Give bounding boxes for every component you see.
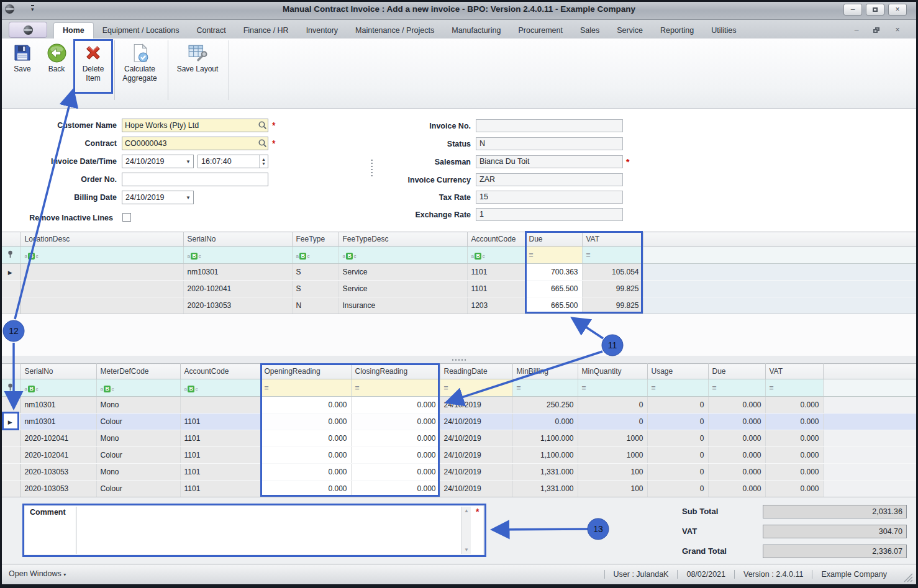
cell-minbilling[interactable]: 1,331.000	[512, 481, 578, 497]
filter-cell[interactable]: =	[260, 379, 351, 397]
cell-locationdesc[interactable]	[20, 297, 183, 314]
scroll-down-icon[interactable]: ▼	[461, 547, 471, 553]
column-header[interactable]: SerialNo	[183, 232, 292, 247]
cell-accountcode[interactable]: 1101	[467, 281, 525, 297]
chevron-down-icon[interactable]: ▼	[183, 195, 193, 201]
ribbon-tab[interactable]: Home	[53, 22, 94, 38]
cell-minbilling[interactable]: 0.000	[512, 414, 578, 430]
cell-serialno[interactable]: nm10301	[183, 264, 292, 281]
cell-vat[interactable]: 0.000	[765, 447, 823, 464]
cell-serialno[interactable]: 2020-102041	[183, 281, 292, 297]
cell-accountcode[interactable]: 1101	[180, 447, 260, 464]
ribbon-tab[interactable]: Sales	[571, 23, 608, 38]
ribbon-tab[interactable]: Equipment / Locations	[94, 23, 188, 38]
cell-serialno[interactable]: nm10301	[20, 414, 96, 430]
cell-due[interactable]: 0.000	[708, 464, 765, 481]
filter-cell[interactable]: aBc	[467, 247, 525, 264]
cell-minquantity[interactable]: 100	[578, 481, 647, 497]
cell-serialno[interactable]: 2020-103053	[20, 464, 96, 481]
meters-grid-row[interactable]: ▶ nm10301 Colour 1101 0.000 0.000 24/10/…	[0, 414, 918, 430]
fees-grid-row[interactable]: 2020-102041 S Service 1101 665.500 99.82…	[0, 281, 918, 297]
cell-due[interactable]: 665.500	[525, 281, 582, 297]
cell-minbilling[interactable]: 1,100.000	[512, 430, 578, 447]
meters-grid-row[interactable]: nm10301 Mono 0.000 0.000 24/10/2019 250.…	[0, 397, 918, 414]
order-no-field[interactable]	[122, 173, 268, 186]
meters-grid-row[interactable]: 2020-103053 Mono 1101 0.000 0.000 24/10/…	[0, 464, 918, 481]
cell-openingreading[interactable]: 0.000	[260, 430, 351, 447]
cell-due[interactable]: 665.500	[525, 297, 582, 314]
filter-cell[interactable]: =	[647, 379, 708, 397]
ribbon-tab[interactable]: Utilities	[702, 23, 745, 38]
cell-due[interactable]: 0.000	[708, 414, 765, 430]
column-header[interactable]: OpeningReading	[260, 364, 351, 379]
filter-cell[interactable]: aBc	[96, 379, 180, 397]
cell-usage[interactable]: 0	[647, 397, 708, 414]
cell-minbilling[interactable]: 250.250	[512, 397, 578, 414]
contract-field[interactable]	[122, 137, 268, 150]
calculate-aggregate-button[interactable]: Calculate Aggregate	[117, 41, 162, 94]
cell-closingreading[interactable]: 0.000	[351, 447, 440, 464]
ribbon-close-icon[interactable]: ×	[891, 25, 904, 35]
cell-feetypedesc[interactable]: Service	[339, 264, 467, 281]
ribbon-tab[interactable]: Inventory	[298, 23, 347, 38]
cell-usage[interactable]: 0	[647, 430, 708, 447]
filter-cell[interactable]: =	[440, 379, 512, 397]
minimize-button[interactable]: –	[843, 4, 862, 16]
customer-name-input[interactable]	[122, 121, 258, 130]
search-icon[interactable]	[258, 120, 268, 130]
filter-cell[interactable]: =	[708, 379, 765, 397]
column-header[interactable]: MinBilling	[512, 364, 578, 379]
cell-minquantity[interactable]: 100	[578, 464, 647, 481]
grid-splitter[interactable]	[0, 356, 918, 363]
cell-serialno[interactable]: nm10301	[20, 397, 96, 414]
ribbon-tab[interactable]: Procurement	[509, 23, 571, 38]
column-header[interactable]: MinQuantity	[578, 364, 647, 379]
cell-feetypedesc[interactable]: Insurance	[339, 297, 467, 314]
filter-cell[interactable]: =	[525, 247, 582, 264]
cell-serialno[interactable]: 2020-103053	[183, 297, 292, 314]
cell-readingdate[interactable]: 24/10/2019	[440, 414, 512, 430]
cell-meterdefcode[interactable]: Mono	[96, 397, 180, 414]
cell-minbilling[interactable]: 1,331.000	[512, 464, 578, 481]
filter-cell[interactable]: aBc	[20, 379, 96, 397]
filter-cell[interactable]: aBc	[183, 247, 292, 264]
cell-closingreading[interactable]: 0.000	[351, 481, 440, 497]
save-button[interactable]: Save	[7, 41, 37, 94]
filter-cell[interactable]: aBc	[339, 247, 467, 264]
column-header[interactable]: Due	[525, 232, 582, 247]
billing-date-picker[interactable]: 24/10/2019 ▼	[122, 191, 194, 204]
column-header[interactable]: VAT	[582, 232, 643, 247]
cell-closingreading[interactable]: 0.000	[351, 414, 440, 430]
cell-closingreading[interactable]: 0.000	[351, 464, 440, 481]
column-header[interactable]: FeeType	[292, 232, 339, 247]
scroll-up-icon[interactable]: ▲	[461, 508, 471, 513]
cell-feetype[interactable]: N	[292, 297, 339, 314]
cell-usage[interactable]: 0	[647, 414, 708, 430]
cell-vat[interactable]: 0.000	[765, 397, 823, 414]
cell-locationdesc[interactable]	[20, 264, 183, 281]
cell-due[interactable]: 0.000	[708, 430, 765, 447]
cell-openingreading[interactable]: 0.000	[260, 447, 351, 464]
cell-usage[interactable]: 0	[647, 464, 708, 481]
cell-meterdefcode[interactable]: Colour	[96, 414, 180, 430]
meters-grid-row[interactable]: 2020-102041 Mono 1101 0.000 0.000 24/10/…	[0, 430, 918, 447]
cell-readingdate[interactable]: 24/10/2019	[440, 481, 512, 497]
cell-vat[interactable]: 0.000	[765, 430, 823, 447]
cell-readingdate[interactable]: 24/10/2019	[440, 397, 512, 414]
contract-input[interactable]	[122, 139, 258, 148]
meters-grid-row[interactable]: 2020-102041 Colour 1101 0.000 0.000 24/1…	[0, 447, 918, 464]
filter-cell[interactable]: =	[512, 379, 578, 397]
cell-closingreading[interactable]: 0.000	[351, 397, 440, 414]
save-layout-button[interactable]: Save Layout	[173, 41, 222, 94]
cell-openingreading[interactable]: 0.000	[260, 464, 351, 481]
cell-vat[interactable]: 105.054	[582, 264, 643, 281]
meters-grid-row[interactable]: 2020-103053 Colour 1101 0.000 0.000 24/1…	[0, 481, 918, 497]
fees-grid-row[interactable]: ▶ nm10301 S Service 1101 700.363 105.054	[0, 264, 918, 281]
cell-openingreading[interactable]: 0.000	[260, 397, 351, 414]
fees-grid-row[interactable]: 2020-103053 N Insurance 1203 665.500 99.…	[0, 297, 918, 314]
filter-cell[interactable]: aBc	[20, 247, 183, 264]
cell-accountcode[interactable]: 1101	[180, 464, 260, 481]
invoice-date-picker[interactable]: 24/10/2019 ▼	[122, 155, 194, 168]
ribbon-tab[interactable]: Service	[608, 23, 652, 38]
filter-cell[interactable]: =	[765, 379, 823, 397]
